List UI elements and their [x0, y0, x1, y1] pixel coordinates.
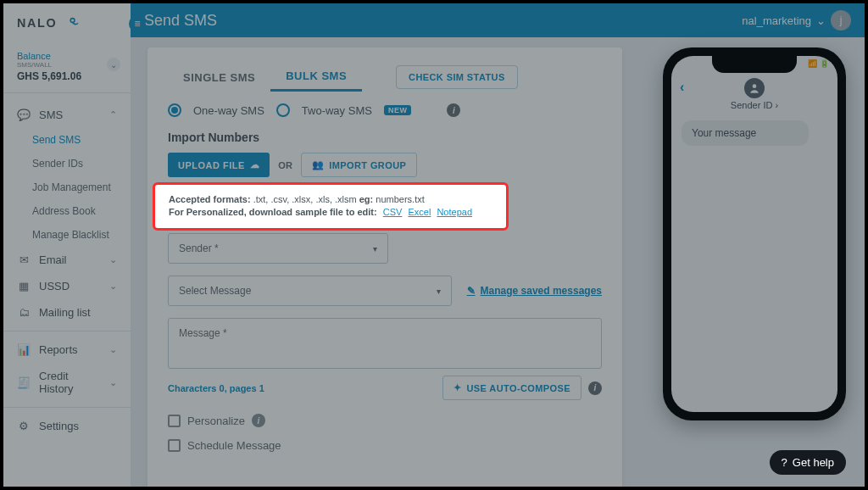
- sidebar-sub-manage-blacklist[interactable]: Manage Blacklist: [7, 223, 131, 247]
- balance-amount: GHS 5,691.06: [17, 70, 117, 82]
- button-label: USE AUTO-COMPOSE: [466, 383, 570, 393]
- link-label: Manage saved messages: [481, 285, 602, 297]
- chevron-down-icon: ▾: [373, 244, 377, 253]
- checkbox-label: Schedule Message: [187, 439, 281, 452]
- page-title: Send SMS: [144, 12, 742, 30]
- personalize-checkbox-row[interactable]: Personalize i: [168, 414, 602, 427]
- phone-sender-id: Sender ID ›: [671, 100, 837, 110]
- sidebar: NALO Balance SMS/WALL GHS 5,691.06 ⌄ 💬 S…: [3, 3, 131, 487]
- download-excel-link[interactable]: Excel: [408, 207, 431, 217]
- eg-label: eg:: [359, 194, 374, 204]
- sidebar-sub-send-sms[interactable]: Send SMS: [7, 128, 131, 152]
- import-group-button[interactable]: 👥 IMPORT GROUP: [301, 153, 417, 177]
- sidebar-item-label: SMS: [39, 109, 63, 121]
- download-notepad-link[interactable]: Notepad: [437, 207, 472, 217]
- manage-saved-messages-link[interactable]: ✎ Manage saved messages: [467, 285, 602, 297]
- info-icon[interactable]: i: [447, 103, 460, 117]
- avatar: j: [831, 10, 851, 31]
- info-icon[interactable]: i: [252, 414, 265, 427]
- accepted-formats-value: .txt, .csv, .xlsx, .xls, .xlsm: [253, 194, 357, 204]
- radio-label-two-way: Two-way SMS: [302, 104, 372, 117]
- upload-file-button[interactable]: UPLOAD FILE ☁: [168, 153, 270, 177]
- sidebar-item-email[interactable]: ✉ Email ⌄: [3, 247, 131, 273]
- info-icon[interactable]: i: [588, 381, 602, 395]
- import-numbers-title: Import Numbers: [168, 131, 602, 144]
- contacts-icon: 🗂: [17, 306, 31, 319]
- sender-select[interactable]: Sender * ▾: [168, 233, 388, 264]
- logo: NALO: [3, 7, 131, 47]
- sidebar-item-label: USSD: [39, 280, 70, 292]
- check-sim-status-button[interactable]: CHECK SIM STATUS: [396, 65, 518, 89]
- chevron-up-icon: ⌃: [109, 109, 117, 120]
- svg-text:NALO: NALO: [17, 16, 57, 30]
- character-count: Characters 0, pages 1: [168, 383, 264, 393]
- sidebar-sub-sender-ids[interactable]: Sender IDs: [7, 152, 131, 175]
- chat-icon: 💬: [17, 109, 31, 121]
- sidebar-sub-address-book[interactable]: Address Book: [7, 199, 131, 223]
- or-text: OR: [278, 160, 292, 170]
- phone-status-icons: 📶🔋: [808, 59, 829, 68]
- sidebar-item-reports[interactable]: 📊 Reports ⌄: [3, 337, 131, 363]
- user-name: nal_marketing: [742, 14, 811, 27]
- sidebar-item-label: Settings: [39, 420, 79, 432]
- sidebar-item-credit-history[interactable]: 🧾 Credit History ⌄: [3, 363, 131, 402]
- chevron-down-icon: ▾: [437, 287, 441, 296]
- back-icon: ‹: [680, 80, 684, 95]
- edit-icon: ✎: [467, 285, 476, 297]
- help-icon: ?: [782, 456, 787, 469]
- radio-two-way-sms[interactable]: [276, 103, 290, 117]
- personalized-download-label: For Personalized, download sample file t…: [169, 207, 377, 217]
- tab-bulk-sms[interactable]: BULK SMS: [270, 63, 362, 92]
- gear-icon: ⚙: [17, 420, 31, 432]
- chevron-down-icon: ⌄: [109, 377, 117, 388]
- select-message-dropdown[interactable]: Select Message ▾: [168, 276, 452, 306]
- sidebar-item-sms[interactable]: 💬 SMS ⌃: [3, 102, 131, 128]
- chevron-down-icon[interactable]: ⌄: [107, 58, 120, 71]
- sidebar-item-label: Mailing list: [39, 306, 91, 319]
- button-label: UPLOAD FILE: [178, 160, 245, 170]
- checkbox-personalize[interactable]: [168, 415, 181, 427]
- accepted-formats-label: Accepted formats:: [169, 194, 251, 204]
- user-menu[interactable]: nal_marketing ⌄ j: [742, 10, 851, 31]
- grid-icon: ▦: [17, 280, 31, 292]
- signal-icon: 📶: [808, 59, 817, 68]
- select-message-placeholder: Select Message: [179, 285, 251, 297]
- use-auto-compose-button[interactable]: ✦ USE AUTO-COMPOSE: [442, 376, 581, 400]
- button-label: IMPORT GROUP: [329, 160, 406, 170]
- sidebar-collapse-button[interactable]: ≡: [129, 15, 146, 32]
- chevron-down-icon: ⌄: [816, 14, 826, 27]
- chevron-down-icon: ⌄: [109, 281, 117, 292]
- sidebar-item-mailing-list[interactable]: 🗂 Mailing list: [3, 299, 131, 326]
- svg-point-1: [70, 19, 75, 23]
- battery-icon: 🔋: [820, 59, 829, 68]
- message-textarea[interactable]: [168, 318, 602, 369]
- sender-placeholder: Sender *: [179, 242, 219, 254]
- new-badge: NEW: [384, 105, 412, 115]
- sidebar-item-label: Email: [39, 253, 67, 266]
- radio-one-way-sms[interactable]: [168, 103, 181, 117]
- radio-label-one-way: One-way SMS: [193, 104, 264, 117]
- phone-message-bubble: Your message: [682, 120, 809, 146]
- sidebar-item-settings[interactable]: ⚙ Settings: [3, 413, 131, 439]
- chart-icon: 📊: [17, 343, 31, 356]
- tab-single-sms[interactable]: SINGLE SMS: [168, 64, 270, 91]
- accepted-formats-callout: Accepted formats: .txt, .csv, .xlsx, .xl…: [153, 182, 509, 231]
- checkbox-schedule[interactable]: [168, 439, 181, 452]
- eg-value: numbers.txt: [376, 194, 424, 204]
- group-icon: 👥: [312, 159, 324, 170]
- sidebar-item-ussd[interactable]: ▦ USSD ⌄: [3, 273, 131, 299]
- sidebar-item-label: Reports: [39, 343, 78, 356]
- balance-sublabel: SMS/WALL: [17, 61, 117, 69]
- schedule-checkbox-row[interactable]: Schedule Message: [168, 439, 602, 452]
- contact-avatar-icon: [744, 78, 765, 98]
- chevron-down-icon: ⌄: [109, 344, 117, 355]
- balance-label: Balance: [17, 51, 117, 61]
- sidebar-item-label: Credit History: [39, 370, 101, 395]
- get-help-button[interactable]: ? Get help: [770, 450, 846, 475]
- balance-widget[interactable]: Balance SMS/WALL GHS 5,691.06 ⌄: [3, 47, 131, 93]
- checkbox-label: Personalize: [187, 415, 245, 427]
- download-csv-link[interactable]: CSV: [383, 207, 403, 217]
- phone-preview: 📶🔋 ‹ Sender ID › Your message: [663, 47, 846, 420]
- sparkle-icon: ✦: [453, 382, 461, 393]
- sidebar-sub-job-management[interactable]: Job Management: [7, 175, 131, 199]
